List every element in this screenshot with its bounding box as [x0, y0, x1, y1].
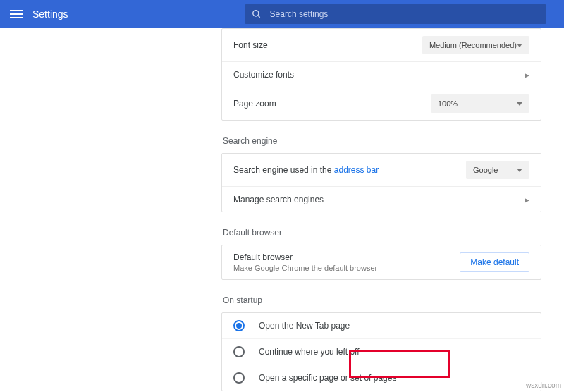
customize-fonts-label: Customize fonts: [233, 70, 294, 80]
radio-icon: [233, 320, 245, 331]
search-container[interactable]: [245, 4, 546, 24]
font-size-select[interactable]: Medium (Recommended): [422, 36, 529, 54]
default-browser-sub: Make Google Chrome the default browser: [233, 264, 377, 272]
startup-option-label: Continue where you left off: [259, 347, 360, 357]
search-input[interactable]: [270, 9, 539, 19]
font-size-label: Font size: [233, 40, 268, 50]
font-size-value: Medium (Recommended): [429, 41, 517, 49]
search-engine-used-label: Search engine used in the address bar: [233, 165, 379, 175]
section-title-startup: On startup: [223, 295, 541, 305]
watermark: wsxdn.com: [526, 381, 561, 389]
chevron-down-icon: [517, 102, 522, 106]
page-zoom-row: Page zoom 100%: [222, 87, 541, 120]
section-title-search-engine: Search engine: [223, 136, 541, 146]
make-default-button[interactable]: Make default: [460, 252, 529, 272]
startup-option-specific-pages[interactable]: Open a specific page or set of pages: [222, 365, 541, 391]
appearance-card: Font size Medium (Recommended) Customize…: [221, 28, 541, 121]
chevron-down-icon: [517, 169, 522, 172]
font-size-row: Font size Medium (Recommended): [222, 29, 541, 61]
main-column: Font size Medium (Recommended) Customize…: [221, 28, 541, 392]
search-engine-used-prefix: Search engine used in the: [233, 165, 334, 175]
startup-card: Open the New Tab page Continue where you…: [221, 312, 541, 391]
chevron-right-icon: ▸: [525, 70, 529, 80]
search-engine-card: Search engine used in the address bar Go…: [221, 153, 541, 212]
search-engine-select[interactable]: Google: [466, 161, 529, 179]
radio-icon: [233, 372, 245, 384]
default-browser-title: Default browser: [233, 252, 377, 262]
manage-search-engines-label: Manage search engines: [233, 195, 324, 204]
default-browser-card: Default browser Make Google Chrome the d…: [221, 245, 541, 280]
radio-icon: [233, 346, 245, 357]
chevron-down-icon: [517, 44, 522, 47]
startup-option-label: Open the New Tab page: [259, 321, 350, 331]
manage-search-engines-row[interactable]: Manage search engines ▸: [222, 186, 541, 212]
menu-icon[interactable]: [10, 10, 23, 18]
chevron-right-icon: ▸: [525, 195, 529, 204]
svg-line-1: [257, 16, 259, 18]
startup-option-continue[interactable]: Continue where you left off: [222, 338, 541, 365]
page-zoom-value: 100%: [438, 99, 458, 108]
default-browser-row: Default browser Make Google Chrome the d…: [222, 245, 541, 279]
startup-option-label: Open a specific page or set of pages: [259, 373, 396, 383]
default-browser-text: Default browser Make Google Chrome the d…: [233, 252, 377, 272]
search-engine-value: Google: [473, 166, 498, 174]
search-engine-row: Search engine used in the address bar Go…: [222, 154, 541, 186]
page-zoom-select[interactable]: 100%: [431, 94, 529, 113]
page-title: Settings: [32, 8, 68, 20]
page-zoom-label: Page zoom: [233, 99, 276, 109]
app-header: Settings: [0, 0, 564, 28]
search-icon: [252, 9, 262, 19]
svg-point-0: [252, 11, 258, 16]
address-bar-link[interactable]: address bar: [334, 165, 379, 175]
startup-option-new-tab[interactable]: Open the New Tab page: [222, 313, 541, 338]
section-title-default-browser: Default browser: [223, 228, 541, 238]
customize-fonts-row[interactable]: Customize fonts ▸: [222, 61, 541, 87]
